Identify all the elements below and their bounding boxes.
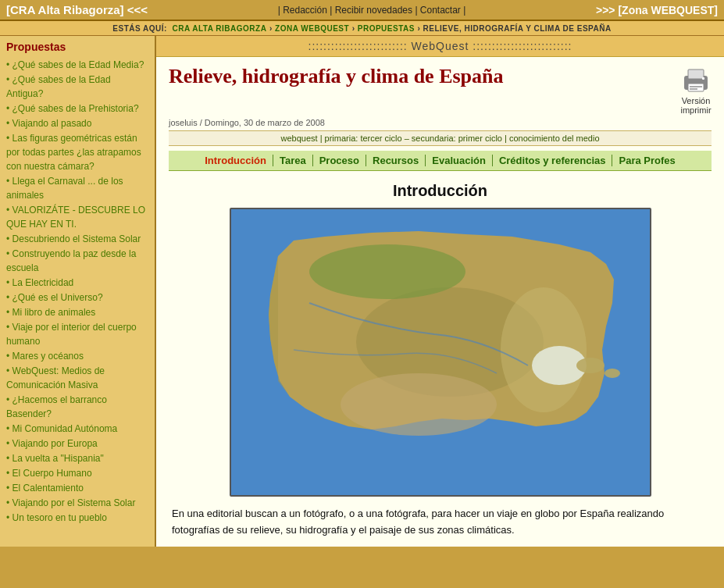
svg-point-9 — [309, 244, 465, 299]
sidebar-item[interactable]: • El Calentamiento — [6, 481, 148, 495]
sidebar-items: • ¿Qué sabes de la Edad Media?• ¿Qué sab… — [6, 58, 148, 525]
sidebar-item[interactable]: • ¿Qué sabes de la Edad Media? — [6, 58, 148, 72]
header-left[interactable]: [CRA Alta Ribagorza] <<< — [6, 3, 148, 16]
header-center: | Redacción | Recibir novedades | Contac… — [278, 5, 466, 16]
sidebar-item[interactable]: • WebQuest: Medios de Comunicación Masiv… — [6, 364, 148, 392]
sidebar-item[interactable]: • Viajando por Europa — [6, 437, 148, 451]
svg-point-13 — [576, 358, 605, 373]
sidebar-item[interactable]: • ¿Hacemos el barranco Basender? — [6, 393, 148, 421]
page-title-text: Relieve, hidrografía y clima de España — [169, 65, 672, 88]
sidebar-item[interactable]: • VALORIZÁTE - DESCUBRE LO QUE HAY EN TI… — [6, 203, 148, 231]
nav-tab-para-profes[interactable]: Para Profes — [612, 155, 681, 166]
author-date: joseluis / Domingo, 30 de marzo de 2008 — [169, 118, 712, 127]
spain-map-image — [230, 208, 651, 497]
nav-tabs: IntroducciónTareaProcesoRecursosEvaluaci… — [169, 151, 712, 171]
sidebar-item[interactable]: • La Electricidad — [6, 276, 148, 290]
webquest-banner: :::::::::::::::::::::::::: WebQuest ::::… — [156, 36, 724, 57]
main-layout: Propuestas • ¿Qué sabes de la Edad Media… — [0, 36, 724, 547]
sidebar-item[interactable]: • Llega el Carnaval ... de los animales — [6, 174, 148, 202]
content-area: :::::::::::::::::::::::::: WebQuest ::::… — [156, 36, 724, 547]
sidebar-item[interactable]: • Viajando al pasado — [6, 116, 148, 130]
sidebar-item[interactable]: • La vuelta a "Hispania" — [6, 451, 148, 465]
svg-rect-5 — [702, 77, 704, 80]
nav-tab-evaluación[interactable]: Evaluación — [426, 155, 493, 166]
svg-rect-3 — [690, 86, 702, 87]
sidebar: Propuestas • ¿Qué sabes de la Edad Media… — [0, 36, 156, 547]
sidebar-item[interactable]: • Las figuras geométricas están por toda… — [6, 131, 148, 173]
print-label[interactable]: Versiónimprimir — [680, 96, 711, 115]
nav-tab-tarea[interactable]: Tarea — [273, 155, 313, 166]
breadcrumb-part-3[interactable]: PROPUESTAS — [358, 24, 415, 33]
tags-row: webquest | primaria: tercer ciclo – secu… — [169, 130, 712, 146]
header-right[interactable]: >>> [Zona WEBQUEST] — [596, 4, 718, 16]
sidebar-item[interactable]: • ¿Qué sabes de la Prehistoria? — [6, 102, 148, 116]
nav-tab-proceso[interactable]: Proceso — [313, 155, 366, 166]
sidebar-item[interactable]: • Viajando por el Sistema Solar — [6, 496, 148, 510]
sidebar-item[interactable]: • Mi libro de animales — [6, 305, 148, 319]
nav-tab-introducción[interactable]: Introducción — [198, 155, 273, 166]
sidebar-item[interactable]: • ¿Qué es el Universo? — [6, 290, 148, 305]
sidebar-item[interactable]: • ¿Qué sabes de la Edad Antigua? — [6, 73, 148, 101]
nav-tab-créditos-y-referencias[interactable]: Créditos y referencias — [493, 155, 613, 166]
site-header: [CRA Alta Ribagorza] <<< | Redacción | R… — [0, 0, 724, 21]
breadcrumb: ESTÁS AQUÍ: CRA ALTA RIBAGORZA › ZONA WE… — [0, 21, 724, 36]
breadcrumb-part-4: RELIEVE, HIDROGRAFÍA Y CLIMA DE ESPAÑA — [423, 24, 612, 33]
svg-rect-1 — [688, 69, 704, 79]
sidebar-item[interactable]: • Construyendo la paz desde la escuela — [6, 247, 148, 275]
breadcrumb-part-2[interactable]: ZONA WEBQUEST — [275, 24, 349, 33]
breadcrumb-label: ESTÁS AQUÍ: — [112, 24, 167, 33]
sidebar-item[interactable]: • Descubriendo el Sistema Solar — [6, 232, 148, 246]
breadcrumb-part-1[interactable]: CRA ALTA RIBAGORZA — [173, 24, 267, 33]
svg-point-14 — [605, 369, 620, 378]
section-title: Introducción — [169, 182, 712, 200]
sidebar-item[interactable]: • Viaje por el interior del cuerpo human… — [6, 320, 148, 348]
breadcrumb-path: CRA ALTA RIBAGORZA › ZONA WEBQUEST › PRO… — [169, 23, 612, 33]
header-link-novedades[interactable]: Recibir novedades — [335, 5, 412, 16]
sidebar-title: Propuestas — [6, 41, 148, 53]
header-link-contactar[interactable]: Contactar — [420, 5, 461, 16]
sidebar-item[interactable]: • Mares y océanos — [6, 349, 148, 363]
description-text: En una editorial buscan a un fotógrafo, … — [169, 506, 712, 539]
sidebar-item[interactable]: • Un tesoro en tu pueblo — [6, 511, 148, 525]
sidebar-item[interactable]: • El Cuerpo Humano — [6, 466, 148, 480]
page-header-row: Relieve, hidrografía y clima de España V… — [169, 65, 712, 115]
print-icon-area[interactable]: Versiónimprimir — [680, 65, 712, 115]
svg-rect-4 — [690, 88, 697, 90]
print-icon[interactable] — [680, 65, 712, 96]
content-inner: Relieve, hidrografía y clima de España V… — [156, 57, 724, 547]
svg-point-11 — [341, 373, 497, 436]
sidebar-item[interactable]: • Mi Comunidad Autónoma — [6, 422, 148, 436]
nav-tab-recursos[interactable]: Recursos — [366, 155, 426, 166]
header-link-redaccion[interactable]: Redacción — [283, 5, 327, 16]
